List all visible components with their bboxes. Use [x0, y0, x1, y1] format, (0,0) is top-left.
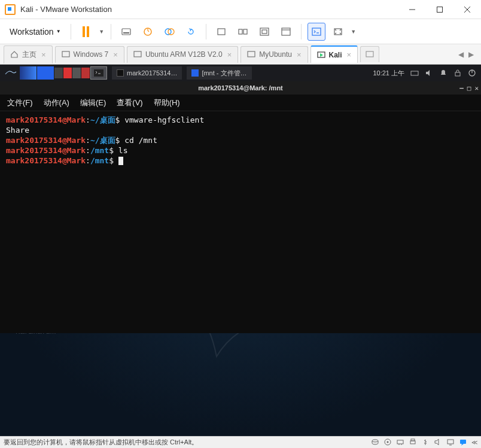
terminal-taskbar-icon[interactable]	[90, 66, 107, 80]
separator	[111, 24, 111, 39]
power-dropdown[interactable]: ▼	[99, 29, 105, 35]
svg-point-32	[387, 441, 389, 443]
folder-icon	[191, 69, 199, 77]
home-icon	[10, 50, 19, 59]
sound-icon[interactable]	[434, 438, 442, 447]
tab-kali[interactable]: Kali ×	[310, 45, 358, 63]
unity-button[interactable]	[255, 23, 273, 41]
revert-snapshot-button[interactable]	[182, 23, 200, 41]
vm-display[interactable]: mark20175314… [mnt - 文件管… 10:21 上午 文件系统 …	[0, 65, 481, 436]
usb-icon[interactable]	[421, 438, 430, 447]
workspace-switcher[interactable]	[54, 66, 72, 80]
stretch-guest-button[interactable]	[329, 23, 347, 41]
chevron-icon[interactable]: ≪	[471, 439, 477, 446]
svg-rect-25	[411, 71, 418, 75]
notification-icon[interactable]	[439, 69, 447, 77]
terminal-menu-view[interactable]: 查看(V)	[117, 97, 142, 108]
snapshot-button[interactable]	[139, 23, 157, 41]
separator	[71, 24, 71, 39]
tab-ubuntu-arm[interactable]: Ubuntu ARM V12B V2.0 ×	[127, 46, 238, 63]
terminal-minimize-icon[interactable]: —	[459, 84, 464, 92]
fullscreen-button[interactable]	[277, 23, 295, 41]
tab-scroll-right[interactable]: ▶	[468, 50, 474, 59]
terminal-maximize-icon[interactable]: □	[467, 84, 471, 92]
svg-rect-10	[239, 29, 242, 34]
vmware-statusbar: 要返回到您的计算机，请将鼠标指针从虚拟机中移出或按 Ctrl+Alt。 ≪	[0, 436, 481, 448]
terminal-cursor	[118, 157, 123, 165]
terminal-line: Share	[6, 125, 475, 135]
tab-close-icon[interactable]: ×	[113, 50, 118, 59]
separator	[301, 24, 302, 39]
tab-overflow[interactable]	[360, 46, 379, 62]
svg-rect-14	[282, 28, 290, 35]
keyboard-icon[interactable]	[410, 69, 419, 77]
svg-rect-33	[397, 440, 403, 444]
workstation-menu-label: Workstation	[10, 27, 54, 36]
terminal-line: mark20175314@Mark:~/桌面$ vmware-hgfsclien…	[6, 115, 475, 125]
pause-vm-button[interactable]	[77, 23, 95, 41]
send-ctrl-alt-del-button[interactable]	[117, 23, 135, 41]
tab-scroll-left[interactable]: ◀	[458, 50, 464, 59]
multi-window-button[interactable]	[234, 23, 252, 41]
panel-clock[interactable]: 10:21 上午	[373, 69, 404, 78]
tab-close-icon[interactable]: ×	[41, 50, 46, 59]
terminal-menu-edit[interactable]: 编辑(E)	[80, 97, 106, 108]
tab-home[interactable]: 主页 ×	[4, 45, 53, 63]
terminal-window: mark20175314@Mark: /mnt — □ ✕ 文件(F) 动作(A…	[0, 81, 481, 333]
terminal-menu-action[interactable]: 动作(A)	[44, 97, 69, 108]
terminal-menu-help[interactable]: 帮助(H)	[154, 97, 180, 108]
display-icon[interactable]	[446, 438, 455, 447]
svg-rect-5	[123, 32, 129, 33]
single-window-button[interactable]	[212, 23, 230, 41]
svg-rect-20	[248, 51, 255, 57]
statusbar-hint: 要返回到您的计算机，请将鼠标指针从虚拟机中移出或按 Ctrl+Alt。	[4, 438, 371, 447]
kali-taskbar: mark20175314… [mnt - 文件管… 10:21 上午	[0, 65, 481, 81]
tab-windows7[interactable]: Windows 7 ×	[55, 46, 124, 63]
tab-label: Ubuntu ARM V12B V2.0	[145, 50, 223, 59]
snapshot-manager-button[interactable]	[160, 23, 178, 41]
file-manager-icon[interactable]	[37, 66, 54, 80]
vm-icon	[133, 50, 142, 59]
power-icon[interactable]	[468, 69, 476, 77]
terminal-menu-file[interactable]: 文件(F)	[7, 97, 33, 108]
workstation-menu[interactable]: Workstation ▼	[6, 25, 65, 39]
tab-close-icon[interactable]: ×	[347, 50, 352, 59]
lock-icon[interactable]	[453, 69, 462, 77]
svg-marker-22	[320, 53, 323, 57]
minimize-button[interactable]	[398, 0, 426, 19]
tab-close-icon[interactable]: ×	[227, 50, 232, 59]
task-label: mark20175314…	[127, 69, 177, 77]
window-title: Kali - VMware Workstation	[20, 5, 398, 14]
volume-icon[interactable]	[425, 69, 433, 77]
network-icon[interactable]	[396, 438, 404, 447]
terminal-close-icon[interactable]: ✕	[474, 84, 479, 92]
printer-icon[interactable]	[409, 438, 417, 447]
terminal-titlebar[interactable]: mark20175314@Mark: /mnt — □ ✕	[0, 81, 481, 95]
taskbar-item-filemanager[interactable]: [mnt - 文件管…	[187, 66, 251, 80]
workspace-switcher-2[interactable]	[72, 66, 90, 80]
terminal-menubar: 文件(F) 动作(A) 编辑(E) 查看(V) 帮助(H)	[0, 95, 481, 111]
close-button[interactable]	[453, 0, 481, 19]
tab-myubuntu[interactable]: MyUbuntu ×	[240, 46, 308, 63]
window-titlebar: Kali - VMware Workstation	[0, 0, 481, 19]
svg-rect-40	[460, 440, 466, 444]
svg-rect-9	[218, 29, 225, 35]
svg-rect-16	[312, 28, 321, 35]
svg-rect-11	[243, 29, 247, 34]
message-icon[interactable]	[459, 438, 467, 447]
svg-rect-37	[411, 439, 415, 441]
cd-icon[interactable]	[383, 438, 392, 447]
kali-menu-icon[interactable]	[2, 66, 19, 80]
console-view-button[interactable]	[308, 23, 325, 41]
workspace-1[interactable]	[20, 66, 36, 80]
maximize-button[interactable]	[426, 0, 453, 19]
view-dropdown[interactable]: ▼	[351, 29, 357, 35]
harddisk-icon[interactable]	[371, 438, 379, 447]
taskbar-item-terminal[interactable]: mark20175314…	[112, 66, 182, 80]
vm-icon	[247, 50, 255, 59]
vmware-icon	[5, 4, 16, 15]
tab-label: Kali	[329, 51, 342, 59]
terminal-body[interactable]: mark20175314@Mark:~/桌面$ vmware-hgfsclien…	[0, 111, 481, 333]
tab-close-icon[interactable]: ×	[297, 50, 302, 59]
separator	[206, 24, 206, 39]
